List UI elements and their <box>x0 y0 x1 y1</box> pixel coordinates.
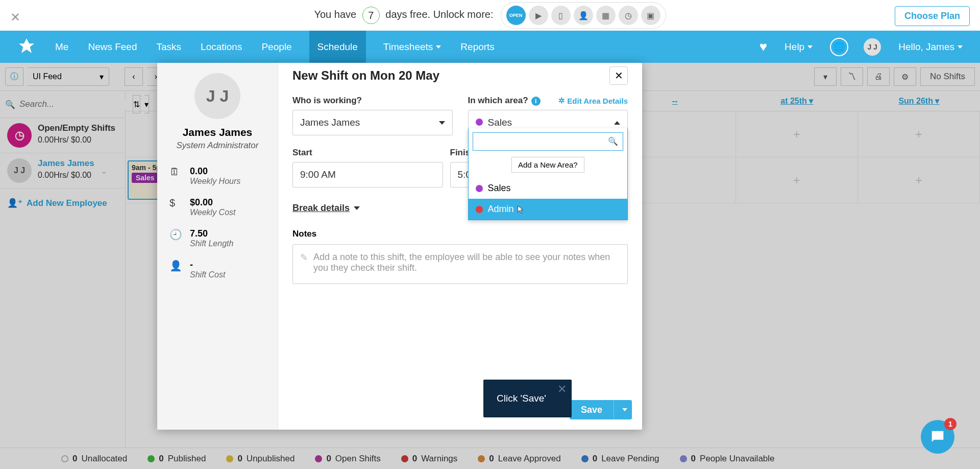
calendar-icon[interactable]: ▦ <box>596 6 616 25</box>
new-shift-modal: J J James James System Administrator 🗓 0… <box>157 63 642 430</box>
camera-icon[interactable]: ▶ <box>529 6 548 25</box>
save-tooltip: Click 'Save' ✕ <box>483 380 572 417</box>
chevron-up-icon <box>614 121 620 125</box>
start-time-input[interactable] <box>292 162 443 187</box>
calendar-icon: 🗓 <box>169 166 182 178</box>
chevron-down-icon <box>439 121 445 125</box>
svg-marker-0 <box>19 38 34 53</box>
trial-days-badge: 7 <box>362 7 380 24</box>
open-shifts-icon[interactable]: OPEN <box>506 6 526 25</box>
notes-label: Notes <box>292 229 628 239</box>
trial-feature-icons: OPEN ▶ ▯ 👤 ▦ ◷ ▣ <box>501 2 666 29</box>
box-icon[interactable]: ▣ <box>641 6 660 25</box>
modal-user-name: James James <box>183 126 253 138</box>
gauge-icon[interactable]: ◷ <box>619 6 638 25</box>
person-icon: 👤 <box>169 260 182 272</box>
nav-me[interactable]: Me <box>53 31 70 63</box>
nav-locations[interactable]: Locations <box>199 31 244 63</box>
modal-user-panel: J J James James System Administrator 🗓 0… <box>157 63 278 430</box>
area-search-input[interactable] <box>473 132 624 151</box>
nav-news-feed[interactable]: News Feed <box>86 31 139 63</box>
who-working-select[interactable]: James James <box>292 110 453 135</box>
chat-launcher[interactable]: 1 <box>921 420 954 454</box>
notes-textarea[interactable]: Add a note to this shift, the employee w… <box>292 244 628 284</box>
edit-area-link[interactable]: ✲ Edit Area Details <box>558 96 628 105</box>
area-dropdown: 🔍 Add a New Area? Sales Admin <box>468 128 628 220</box>
chevron-down-icon <box>436 45 441 49</box>
stat-weekly-cost: $ $0.00Weekly Cost <box>169 197 265 217</box>
add-new-area-button[interactable]: Add a New Area? <box>511 157 584 173</box>
nav-help[interactable]: Help <box>782 31 815 63</box>
modal-user-role: System Administrator <box>177 140 259 151</box>
trial-text: You have 7 days free. Unlock more: <box>314 7 493 24</box>
cursor-icon <box>516 205 525 214</box>
who-working-label: Who is working? <box>292 96 453 106</box>
nav-schedule[interactable]: Schedule <box>309 31 366 63</box>
area-label: In which area?i <box>468 96 541 106</box>
stat-shift-cost: 👤 -Shift Cost <box>169 260 265 279</box>
stat-weekly-hours: 🗓 0.00Weekly Hours <box>169 166 265 186</box>
nav-reports[interactable]: Reports <box>458 31 497 63</box>
chevron-down-icon <box>807 45 813 49</box>
save-button[interactable]: Save <box>570 400 614 419</box>
main-nav: Me News Feed Tasks Locations People Sche… <box>0 31 980 63</box>
person-icon[interactable]: 👤 <box>574 6 593 25</box>
save-dropdown[interactable] <box>614 400 632 419</box>
clock-icon: 🕘 <box>169 228 182 241</box>
close-icon[interactable]: ✕ <box>10 10 20 25</box>
modal-close-button[interactable]: ✕ <box>609 66 628 85</box>
chevron-down-icon <box>958 45 963 49</box>
globe-icon[interactable]: 🌐 <box>830 38 848 56</box>
info-icon[interactable]: i <box>531 97 541 106</box>
app-logo-icon[interactable] <box>15 36 38 58</box>
user-avatar[interactable]: J J <box>864 38 881 56</box>
choose-plan-button[interactable]: Choose Plan <box>895 6 970 26</box>
start-label: Start <box>292 148 443 158</box>
search-icon: 🔍 <box>608 136 618 146</box>
chat-badge: 1 <box>944 418 957 430</box>
area-color-dot <box>476 206 483 213</box>
dollar-icon: $ <box>169 197 182 209</box>
modal-title: New Shift on Mon 20 May <box>292 68 439 83</box>
tooltip-close-icon[interactable]: ✕ <box>557 383 567 396</box>
nav-people[interactable]: People <box>259 31 293 63</box>
modal-user-avatar: J J <box>194 73 240 119</box>
trial-banner: ✕ You have 7 days free. Unlock more: OPE… <box>0 0 980 31</box>
heart-icon[interactable]: ♥ <box>760 39 767 55</box>
area-option-sales[interactable]: Sales <box>469 178 628 199</box>
nav-timesheets[interactable]: Timesheets <box>381 31 444 63</box>
area-color-dot <box>476 185 483 192</box>
nav-user-menu[interactable]: Hello, James <box>896 31 965 63</box>
stat-shift-length: 🕘 7.50Shift Length <box>169 228 265 248</box>
chevron-down-icon <box>354 206 360 210</box>
mobile-icon[interactable]: ▯ <box>551 6 571 25</box>
chat-icon <box>929 428 946 445</box>
nav-tasks[interactable]: Tasks <box>155 31 184 63</box>
chevron-down-icon <box>622 408 627 411</box>
area-option-admin[interactable]: Admin <box>469 199 628 220</box>
